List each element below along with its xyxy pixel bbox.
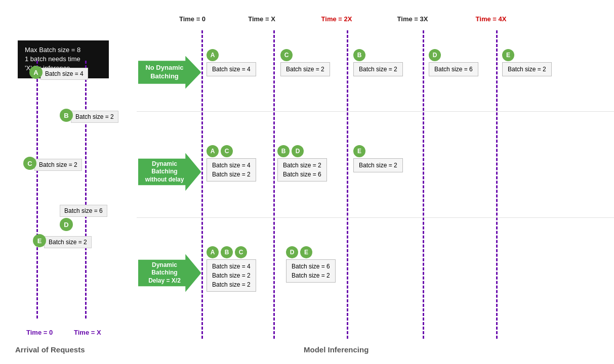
batch-r3-DE: D E Batch size = 6Batch size = 2 (286, 246, 336, 283)
arrow-dynamic-no-delay-shape: Dynamic Batchingwithout delay (138, 153, 201, 191)
br-circle-r3-B: B (221, 246, 233, 258)
right-panel: Time = 0 Time = X Time = 2X Time = 3X Ti… (137, 0, 614, 364)
batch-r1-E: E Batch size = 2 (502, 49, 552, 76)
label-A: Batch size = 4 (40, 68, 88, 80)
label-C: Batch size = 2 (34, 159, 82, 171)
label-E: Batch size = 2 (44, 236, 92, 248)
batch-r1-A: A Batch size = 4 (207, 49, 256, 76)
time-header-3x: Time = 3X (385, 15, 440, 23)
model-inferencing-label: Model Inferencing (304, 345, 369, 354)
request-D: Batch size = 6 D (60, 205, 107, 231)
br-box-r1-A: Batch size = 4 (207, 62, 256, 76)
br-circle-r3-A: A (207, 246, 219, 258)
circle-B: B (60, 109, 73, 122)
br-circle-A: A (207, 49, 219, 61)
label-B: Batch size = 2 (71, 111, 118, 123)
br-box-r1-C: Batch size = 2 (280, 62, 330, 76)
circle-E: E (33, 234, 46, 247)
br-circle-E: E (502, 49, 514, 61)
circle-D: D (60, 218, 73, 231)
divider-1 (137, 111, 614, 112)
br-circle-C: C (280, 49, 293, 61)
time-header-2x: Time = 2X (309, 15, 364, 23)
br-box-r2-BD: Batch size = 2Batch size = 6 (277, 158, 327, 181)
br-circle-r2-B: B (277, 145, 290, 157)
time-label-x: Time = X (74, 329, 101, 336)
timeline-dline-0 (36, 61, 38, 318)
r-dline-2 (347, 30, 348, 339)
r-dline-4 (496, 30, 498, 339)
divider-2 (137, 217, 614, 218)
request-E: E Batch size = 2 (33, 234, 92, 248)
br-circle-D: D (429, 49, 441, 61)
br-circle-r3-D: D (286, 246, 298, 258)
br-circle-B: B (353, 49, 365, 61)
batch-r1-D: D Batch size = 6 (429, 49, 478, 76)
batch-r2-E: E Batch size = 2 (353, 145, 403, 172)
circle-C: C (23, 157, 36, 170)
br-circle-r2-A: A (207, 145, 219, 157)
br-circle-r2-C: C (221, 145, 233, 157)
br-box-r1-B: Batch size = 2 (353, 62, 403, 76)
br-box-r2-E: Batch size = 2 (353, 158, 403, 172)
br-box-r3-DE: Batch size = 6Batch size = 2 (286, 259, 336, 283)
info-line1: Max Batch size = 8 (25, 46, 80, 54)
br-box-r1-E: Batch size = 2 (502, 62, 552, 76)
request-C: C Batch size = 2 (23, 157, 82, 171)
br-box-r3-ABC: Batch size = 4Batch size = 2Batch size =… (207, 259, 256, 292)
br-box-r2-AC: Batch size = 4Batch size = 2 (207, 158, 256, 181)
arrival-label: Arrival of Requests (15, 345, 85, 354)
left-panel: Max Batch size = 8 1 batch needs time 'X… (0, 0, 137, 364)
time-header-4x: Time = 4X (463, 15, 519, 23)
batch-r2-BD: B D Batch size = 2Batch size = 6 (277, 145, 327, 181)
r-dline-1 (273, 30, 275, 339)
r-dline-3 (423, 30, 424, 339)
label-D: Batch size = 6 (60, 205, 107, 217)
arrow-dynamic-delay-shape: Dynamic BatchingDelay = X/2 (138, 254, 201, 292)
batch-r3-ABC: A B C Batch size = 4Batch size = 2Batch … (207, 246, 256, 292)
arrow-no-dynamic: No DynamicBatching (137, 55, 202, 90)
circle-A: A (29, 66, 43, 79)
time-header-x: Time = X (234, 15, 290, 23)
br-circle-r2-D: D (292, 145, 304, 157)
arrow-dynamic-delay: Dynamic BatchingDelay = X/2 (137, 253, 202, 293)
br-circle-r3-C: C (235, 246, 247, 258)
request-B: B Batch size = 2 (60, 109, 118, 123)
batch-r1-C: C Batch size = 2 (280, 49, 330, 76)
br-box-r1-D: Batch size = 6 (429, 62, 478, 76)
arrow-no-dynamic-shape: No DynamicBatching (138, 56, 201, 89)
timeline-dline-1 (85, 61, 87, 318)
batch-r1-B: B Batch size = 2 (353, 49, 403, 76)
batch-r2-AC: A C Batch size = 4Batch size = 2 (207, 145, 256, 181)
br-circle-r3-E: E (300, 246, 312, 258)
br-circle-r2-E: E (353, 145, 365, 157)
arrow-dynamic-no-delay: Dynamic Batchingwithout delay (137, 152, 202, 192)
request-A: A Batch size = 4 (29, 66, 88, 80)
info-line2: 1 batch needs time (25, 55, 80, 63)
time-label-0: Time = 0 (26, 329, 53, 336)
time-header-0: Time = 0 (165, 15, 220, 23)
